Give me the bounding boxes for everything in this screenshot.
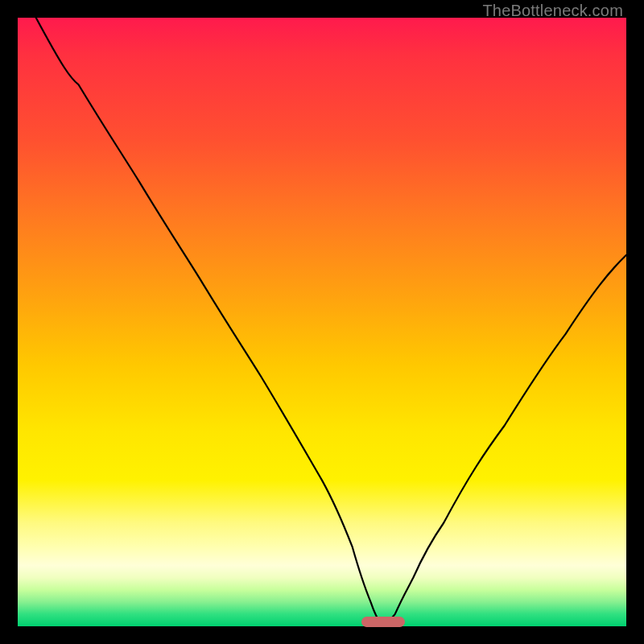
optimal-marker <box>361 617 405 627</box>
bottleneck-curve <box>18 18 626 626</box>
watermark-text: TheBottleneck.com <box>482 2 623 20</box>
plot-area <box>18 18 626 626</box>
chart-frame: TheBottleneck.com <box>0 0 644 644</box>
